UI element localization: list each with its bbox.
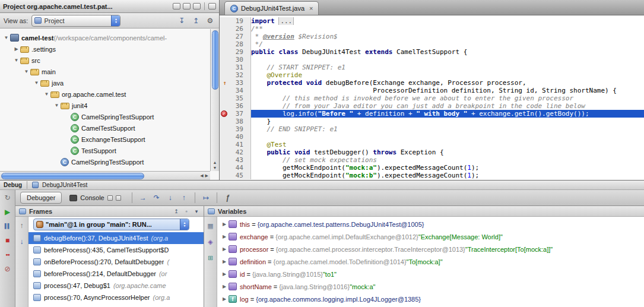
frame-item[interactable]: debugBefore():37, DebugJUnit4Test (org.a <box>28 232 204 244</box>
tree-toggle-icon[interactable]: ▼ <box>23 69 30 74</box>
tree-vertical-scrollbar[interactable]: ▲ ▼ <box>210 29 219 171</box>
hide-panel-icon[interactable] <box>208 3 216 10</box>
frame-item[interactable]: process():47, Debug$1 (org.apache.came <box>28 280 204 292</box>
step-into-icon[interactable]: ↓ <box>164 192 176 203</box>
tree-item[interactable]: CCamelSpringTestSupport <box>0 156 210 167</box>
code-line[interactable]: 27 * @version $Revision$ <box>220 33 644 40</box>
code-line[interactable]: ✓37 log.info("Before " + definition + " … <box>220 110 644 118</box>
tree-item[interactable]: ▼main <box>0 66 210 77</box>
code-line[interactable]: 35 // this method is invoked before we a… <box>220 94 644 102</box>
pin-tab-icon[interactable] <box>107 195 113 201</box>
code-line[interactable]: 38 } <box>220 118 644 125</box>
tree-toggle-icon[interactable]: ▼ <box>33 80 40 86</box>
code-line[interactable]: 43 // set mock expectations <box>220 156 644 164</box>
variable-item[interactable]: ▶definition = {org.apache.camel.model.To… <box>217 255 644 268</box>
settings-gear-icon[interactable]: ⚙ <box>205 17 215 25</box>
code-line[interactable]: 28 */ <box>220 40 644 48</box>
view-as-select[interactable]: Project ▲ ▼ <box>31 15 120 27</box>
scrollbar-buttons[interactable]: ▲ ▼ <box>213 160 217 171</box>
code-line[interactable]: 36 // from your Java editor you can just… <box>220 102 644 110</box>
tree-toggle-icon[interactable]: ▼ <box>2 35 10 40</box>
autoscroll-to-source-icon[interactable]: ↧ <box>176 17 187 25</box>
variable-item[interactable]: ▶exchange = {org.apache.camel.impl.Defau… <box>217 230 644 243</box>
collapse-all-icon[interactable]: ↥ <box>191 17 201 25</box>
tab-debugger[interactable]: Debugger <box>20 192 62 204</box>
mute-breakpoints-icon[interactable]: ⊘ <box>3 264 12 274</box>
frame-item[interactable]: beforeProcess():435, CamelTestSupport$D <box>28 244 204 256</box>
tree-item[interactable]: ▶.settings <box>0 43 210 55</box>
tree-item[interactable]: ▼camel-test (/workspace/camel/components… <box>0 32 210 43</box>
combo-stepper-icon[interactable]: ▲ ▼ <box>180 219 189 230</box>
code-line[interactable]: 32 @Override <box>220 71 644 79</box>
code-line[interactable]: 40 <box>220 133 644 141</box>
variable-item[interactable]: ▶processor = {org.apache.camel.processor… <box>217 243 644 255</box>
expander-icon[interactable]: ▶ <box>220 246 229 252</box>
frame-item[interactable]: onBeforeProcess():270, DefaultDebugger ( <box>28 256 204 268</box>
expander-icon[interactable]: ▶ <box>220 284 229 289</box>
tree-toggle-icon[interactable]: ▼ <box>12 58 20 63</box>
tree-toggle-icon[interactable]: ▼ <box>43 91 50 97</box>
header-hide-icon[interactable]: ▾ <box>193 208 200 214</box>
scroll-down-icon[interactable]: ▼ <box>213 166 217 170</box>
step-over-icon[interactable]: ↷ <box>151 192 163 203</box>
code-line[interactable]: 39 // END SNIPPET: e1 <box>220 125 644 133</box>
stop-icon[interactable]: ■ <box>3 236 12 245</box>
code-line[interactable]: 29public class DebugJUnit4Test extends C… <box>220 48 644 56</box>
code-line[interactable]: 41 @Test <box>220 141 644 148</box>
thread-selector[interactable]: "main"@1 in group "main": RUN... ▲ ▼ <box>33 219 189 230</box>
scroll-left-icon[interactable]: ◀ <box>200 173 203 178</box>
split-window-icon[interactable] <box>193 3 201 10</box>
editor-tab[interactable]: C DebugJUnit4Test.java × <box>224 1 319 15</box>
breakpoint-icon[interactable]: ✓ <box>221 110 227 117</box>
scroll-right-icon[interactable]: ▶ <box>205 173 208 178</box>
add-watch-icon[interactable]: ⊞ <box>206 253 215 262</box>
scrollbar-thumb[interactable] <box>212 30 218 90</box>
code-line[interactable]: 31 // START SNIPPET: e1 <box>220 64 644 71</box>
scroll-up-icon[interactable]: ▲ <box>213 160 217 164</box>
code-line[interactable]: 30 <box>220 56 644 64</box>
tree-toggle-icon[interactable]: ▼ <box>53 103 61 108</box>
code-line[interactable]: 44 getMockEndpoint("mock:a").expectedMes… <box>220 164 644 172</box>
pause-program-icon[interactable]: ▌▌ <box>3 221 12 231</box>
expander-icon[interactable]: ▶ <box>220 221 229 227</box>
evaluate-expression-icon[interactable]: ƒ <box>222 192 234 203</box>
tree-horizontal-scrollbar[interactable]: ◀ ▶ <box>0 171 210 180</box>
expander-icon[interactable]: ▶ <box>220 271 229 277</box>
scrollbar-thumb[interactable] <box>1 173 144 179</box>
tree-item[interactable]: CTestSupport <box>0 145 210 156</box>
next-frame-icon[interactable]: ↓ <box>17 237 27 246</box>
expander-icon[interactable]: ▶ <box>220 296 229 302</box>
variable-item[interactable]: ▶flog = {org.apache.commons.logging.impl… <box>217 293 644 305</box>
combo-stepper-icon[interactable]: ▲ ▼ <box>111 15 120 26</box>
tree-item[interactable]: ▼junit4 <box>0 100 210 111</box>
tree-item[interactable]: ▼java <box>0 77 210 88</box>
tree-toggle-icon[interactable]: ▶ <box>12 46 20 52</box>
expander-icon[interactable]: ▶ <box>220 234 229 239</box>
tree-item[interactable]: ▼src <box>0 55 210 66</box>
code-line[interactable]: 26/** <box>220 25 644 33</box>
resume-program-icon[interactable]: ▶ <box>3 207 12 217</box>
override-marker-icon[interactable]: ↑ <box>220 79 230 87</box>
code-line[interactable]: ↑33 protected void debugBefore(Exchange … <box>220 79 644 87</box>
frame-item[interactable]: process():70, AsyncProcessorHelper (org.… <box>28 292 204 303</box>
view-breakpoints-icon[interactable]: ●● <box>3 250 12 259</box>
code-line[interactable]: 42 public void testDebugger() throws Exc… <box>220 148 644 156</box>
shrink-window-icon[interactable] <box>183 3 191 10</box>
scrollbar-buttons[interactable]: ◀ ▶ <box>200 173 210 178</box>
float-window-icon[interactable] <box>173 3 180 10</box>
variable-item[interactable]: ▶this = {org.apache.camel.test.patterns.… <box>217 218 644 230</box>
evaluate-icon[interactable]: ◈ <box>206 237 215 246</box>
tree-item[interactable]: CCamelTestSupport <box>0 122 210 134</box>
variable-item[interactable]: ▶shortName = {java.lang.String@1016}"moc… <box>217 280 644 293</box>
rerun-icon[interactable]: ↻ <box>3 193 12 202</box>
code-line[interactable]: 34 ProcessorDefinition definition, Strin… <box>220 87 644 94</box>
step-out-icon[interactable]: ↑ <box>178 192 190 203</box>
variable-item[interactable]: ▶id = {java.lang.String@1015}"to1" <box>217 268 644 280</box>
tree-item[interactable]: CExchangeTestSupport <box>0 134 210 145</box>
expander-icon[interactable]: ▶ <box>220 259 229 264</box>
show-execution-point-icon[interactable]: → <box>137 192 149 203</box>
tab-console[interactable]: Console <box>64 192 126 204</box>
previous-frame-icon[interactable]: ↑ <box>17 221 27 230</box>
code-area[interactable]: 19import ...26/**27 * @version $Revision… <box>220 15 644 180</box>
view-options-icon[interactable]: ▦ <box>206 221 215 230</box>
